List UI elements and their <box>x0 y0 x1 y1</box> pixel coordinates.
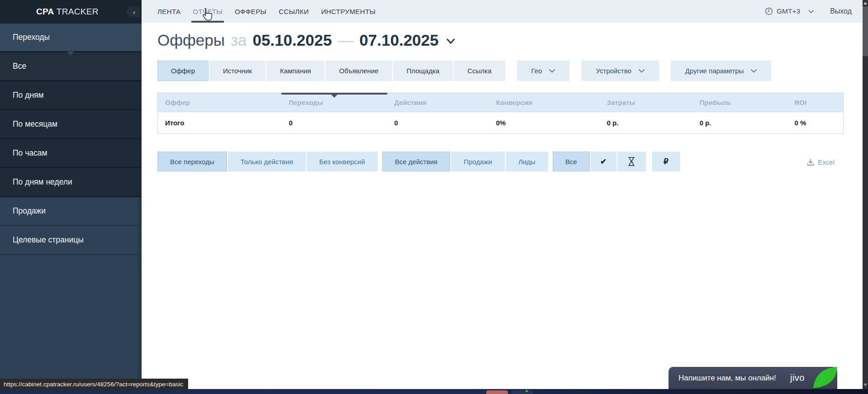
chevron-down-icon <box>549 69 555 73</box>
sidebar-item-label: Целевые страницы <box>13 235 84 245</box>
page-title: Офферы за 05.10.2025 — 07.10.2025 <box>157 31 455 50</box>
sidebar-item-label: Все <box>13 62 26 71</box>
timezone-selector[interactable]: GMT+3 <box>765 7 814 15</box>
sidebar-item-perehody[interactable]: Переходы <box>0 24 142 52</box>
filter-confirmed-button[interactable]: ✔ <box>591 152 617 171</box>
sidebar-item-label: Переходы <box>13 33 50 42</box>
filter-bez-konversiy[interactable]: Без конверсий <box>307 152 378 171</box>
sidebar-item-po-dnyam-nedeli[interactable]: По дням недели <box>0 168 142 197</box>
column-header-deystviya[interactable]: Действия <box>387 93 489 112</box>
nav-right-area: GMT+3 Выход <box>765 7 852 15</box>
filter-label: Все <box>565 158 577 166</box>
report-preposition: за <box>231 31 247 50</box>
total-perehody: 0 <box>282 112 387 134</box>
ruble-icon: ₽ <box>664 157 669 166</box>
top-navigation: ЛЕНТА ОТЧЕТЫ ОФФЕРЫ ССЫЛКИ ИНСТРУМЕНТЫ G… <box>142 0 863 23</box>
report-table: Оффер Переходы Действия Конверсия Затрат… <box>157 93 844 134</box>
jivo-logo: jivo <box>790 373 805 383</box>
nav-item-otchety[interactable]: ОТЧЕТЫ <box>193 0 223 23</box>
column-header-zatraty[interactable]: Затраты <box>600 93 693 112</box>
sidebar-item-label: По дням недели <box>13 177 72 187</box>
total-pribyl: 0 р. <box>693 112 787 134</box>
tab-offer[interactable]: Оффер <box>157 61 209 81</box>
filter-label: Без конверсий <box>319 158 365 166</box>
chevron-down-icon <box>639 69 645 73</box>
nav-menu: ЛЕНТА ОТЧЕТЫ ОФФЕРЫ ССЫЛКИ ИНСТРУМЕНТЫ <box>157 0 375 23</box>
logout-link[interactable]: Выход <box>830 7 852 15</box>
clock-icon <box>765 7 773 15</box>
scrollbar-down-arrow-icon[interactable] <box>863 384 867 386</box>
total-deystviya: 0 <box>387 112 489 134</box>
dropdown-label: Устройство <box>596 67 631 75</box>
total-label: Итого <box>158 112 282 134</box>
chat-message: Напишите нам, мы онлайн! <box>678 374 776 383</box>
sidebar-item-po-dnyam[interactable]: По дням <box>0 81 142 110</box>
app-logo: CPA TRACKER <box>36 7 99 17</box>
dropdown-drugie-parametry[interactable]: Другие параметры <box>671 61 772 81</box>
excel-label: Excel <box>818 158 835 166</box>
scrollbar-thumb[interactable] <box>863 6 868 56</box>
nav-item-instrumenty[interactable]: ИНСТРУМЕНТЫ <box>321 0 376 23</box>
filter-vse-perehody[interactable]: Все переходы <box>157 152 227 171</box>
chat-widget[interactable]: Напишите нам, мы онлайн! jivo <box>669 367 837 389</box>
chevron-down-icon <box>808 10 814 13</box>
sidebar-item-celevye-stranicy[interactable]: Целевые страницы <box>0 226 142 255</box>
dropdown-label: Гео <box>531 67 542 75</box>
date-from[interactable]: 05.10.2025 <box>252 31 332 50</box>
column-header-pribyl[interactable]: Прибыль <box>693 93 787 112</box>
dropdown-ustroystvo[interactable]: Устройство <box>581 61 659 81</box>
filter-currency-button[interactable]: ₽ <box>652 152 680 171</box>
chevron-down-icon <box>751 69 757 73</box>
sidebar-item-prodazhi[interactable]: Продажи <box>0 197 142 226</box>
sidebar-item-label: По месяцам <box>13 119 57 129</box>
filter-label: Только действия <box>241 158 293 166</box>
date-to[interactable]: 07.10.2025 <box>360 31 439 50</box>
nav-item-lenta[interactable]: ЛЕНТА <box>157 0 180 23</box>
filter-label: Все действия <box>395 158 437 166</box>
sidebar-item-po-chasam[interactable]: По часам <box>0 139 142 168</box>
sidebar-item-label: По часам <box>13 148 47 158</box>
filter-status-vse[interactable]: Все <box>553 152 590 171</box>
nav-item-ssylki[interactable]: ССЫЛКИ <box>279 0 309 23</box>
taskbar-green-dot <box>526 390 528 392</box>
taskbar-item-red[interactable] <box>486 390 508 394</box>
scrollbar-up-arrow-icon[interactable] <box>863 2 867 5</box>
table-header-row: Оффер Переходы Действия Конверсия Затрат… <box>158 93 844 112</box>
filter-prodazhi[interactable]: Продажи <box>451 152 505 171</box>
filter-lidy[interactable]: Лиды <box>506 152 548 171</box>
column-header-offer[interactable]: Оффер <box>158 93 282 112</box>
app-logo-rest: TRACKER <box>54 7 99 16</box>
column-header-konversiya[interactable]: Конверсия <box>489 93 600 112</box>
column-header-roi[interactable]: ROI <box>787 93 844 112</box>
tab-kampaniya[interactable]: Кампания <box>266 61 325 81</box>
nav-item-offery[interactable]: ОФФЕРЫ <box>235 0 266 23</box>
tab-istochnik[interactable]: Источник <box>209 61 266 81</box>
taskbar-item-tile[interactable] <box>512 390 533 394</box>
total-roi: 0 % <box>787 112 844 134</box>
sidebar-item-po-mesyacam[interactable]: По месяцам <box>0 110 142 139</box>
status-filter-group: Все ✔ <box>553 152 646 171</box>
filter-vse-deystviya[interactable]: Все действия <box>382 152 450 171</box>
tab-obyavlenie[interactable]: Объявление <box>326 61 392 81</box>
tab-ssylka[interactable]: Ссылка <box>454 61 505 81</box>
excel-export-link[interactable]: Excel <box>807 158 835 166</box>
check-icon: ✔ <box>600 157 607 166</box>
total-konversiya: 0% <box>489 112 600 134</box>
sidebar-item-label: Продажи <box>13 206 46 216</box>
sidebar-collapse-button[interactable]: ‹ <box>126 6 140 17</box>
tab-label: Ссылка <box>467 67 491 75</box>
traffic-filter-group: Все переходы Только действия Без конверс… <box>157 152 378 171</box>
filter-tolko-deystviya[interactable]: Только действия <box>228 152 306 171</box>
filter-label: Продажи <box>464 158 492 166</box>
nav-item-label: ИНСТРУМЕНТЫ <box>321 8 376 15</box>
column-header-perehody[interactable]: Переходы <box>282 93 387 112</box>
tab-ploshchadka[interactable]: Площадка <box>393 61 453 81</box>
app-logo-bold: CPA <box>36 7 54 16</box>
filter-label: Лиды <box>518 158 536 166</box>
dropdown-geo[interactable]: Гео <box>517 61 570 81</box>
tab-label: Площадка <box>407 67 440 75</box>
main-content: Офферы за 05.10.2025 — 07.10.2025 Оффер … <box>142 23 863 389</box>
vertical-scrollbar[interactable] <box>863 0 868 389</box>
filter-pending-button[interactable] <box>617 152 646 171</box>
date-range-chevron-icon[interactable] <box>446 38 455 44</box>
